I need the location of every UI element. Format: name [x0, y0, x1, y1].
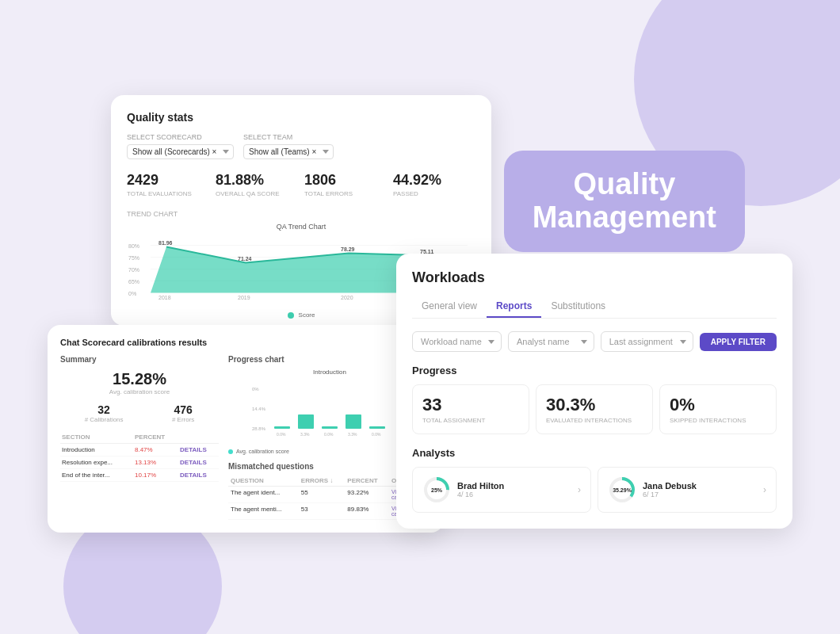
progress-section-title: Progress [412, 365, 777, 376]
metric-overall-qa: 81.88% OVERALL QA SCORE [216, 172, 298, 197]
qs-metrics: 2429 TOTAL EVALUATIONS 81.88% OVERALL QA… [127, 172, 475, 197]
analyst-info-jana: Jana Debusk 6/ 17 [643, 481, 697, 498]
summary-title: Summary [60, 355, 219, 364]
analyst-count-jana: 6/ 17 [643, 491, 697, 498]
cs-counts: 32 # Calibrations 476 # Errors [60, 403, 219, 423]
evaluated-interactions-card: 30.3% EVALUATED INTERACTIONS [536, 384, 653, 434]
svg-text:81.96: 81.96 [158, 240, 173, 246]
analyst-card-brad[interactable]: 25% Brad Hilton 4/ 16 › [412, 467, 591, 513]
scorecard-filter-label: SELECT SCORECARD [127, 133, 234, 141]
total-assignment-card: 33 TOTAL ASSIGNMENT [412, 384, 529, 434]
svg-text:0.0%: 0.0% [324, 432, 334, 437]
calibrations-count: 32 # Calibrations [85, 403, 124, 423]
workloads-tabs: General view Reports Substitutions [412, 296, 777, 319]
progress-section: Progress 33 TOTAL ASSIGNMENT 30.3% EVALU… [412, 365, 777, 434]
trend-section-label: TREND CHART [127, 210, 475, 218]
workloads-card: Workloads General view Reports Substitut… [396, 254, 792, 529]
scorecard-filter-select[interactable]: Show all (Scorecards) × [127, 144, 234, 159]
apply-filter-button[interactable]: APPLY FILTER [700, 333, 777, 351]
svg-text:0.0%: 0.0% [277, 432, 286, 437]
svg-rect-26 [346, 414, 361, 429]
tab-reports[interactable]: Reports [487, 296, 541, 318]
analyst-donut-jana: 35.29% [608, 476, 636, 504]
svg-text:28.8%: 28.8% [252, 426, 266, 431]
team-filter-select[interactable]: Show all (Teams) × [243, 144, 334, 159]
svg-text:70%: 70% [128, 267, 139, 273]
metric-total-errors: 1806 TOTAL ERRORS [304, 172, 387, 197]
workloads-title: Workloads [412, 269, 777, 286]
workloads-filters: Workload name Analyst name Last assignme… [412, 331, 777, 352]
cs-summary: Summary 15.28% Avg. calibration score 32… [60, 355, 219, 520]
avg-calibration-score: 15.28% [60, 370, 219, 388]
chart-title: QA Trend Chart [127, 223, 475, 231]
team-filter-group: SELECT TEAM Show all (Teams) × [243, 133, 334, 159]
svg-text:71.24: 71.24 [238, 256, 252, 262]
legend-label: Score [299, 311, 315, 319]
analyst-name-filter[interactable]: Analyst name [508, 331, 594, 352]
metric-total-evaluations: 2429 TOTAL EVALUATIONS [127, 172, 209, 197]
analyst-donut-brad: 25% [422, 476, 451, 504]
metric-passed: 44.92% PASSED [393, 172, 475, 197]
chevron-right-icon: › [763, 484, 766, 495]
analyst-name-jana: Jana Debusk [643, 481, 697, 491]
svg-text:0%: 0% [252, 387, 259, 391]
svg-text:78.29: 78.29 [341, 246, 355, 252]
prog-legend-label: Avg. calibration score [236, 449, 289, 454]
errors-count: 476 # Errors [172, 403, 194, 423]
analyst-card-jana[interactable]: 35.29% Jana Debusk 6/ 17 › [598, 467, 777, 513]
workload-name-filter[interactable]: Workload name [412, 331, 502, 352]
tab-general-view[interactable]: General view [412, 296, 487, 318]
legend-dot [288, 312, 294, 319]
cards-area: Quality stats SELECT SCORECARD Show all … [48, 63, 792, 602]
svg-text:3.3%: 3.3% [348, 432, 357, 437]
quality-management-badge: QualityManagement [504, 151, 745, 252]
analysts-section-title: Analysts [412, 447, 777, 459]
svg-text:14.4%: 14.4% [252, 407, 266, 411]
sections-table: SECTION PERCENT Introduction 8.47% DETAI… [60, 431, 219, 482]
chat-scorecard-card: Chat Scorecard calibrations results Summ… [48, 325, 444, 533]
table-row: End of the inter... 10.17% DETAILS [60, 469, 219, 482]
svg-text:65%: 65% [128, 279, 139, 285]
svg-text:2018: 2018 [158, 295, 171, 300]
last-assignment-filter[interactable]: Last assignment [601, 331, 693, 352]
svg-text:80%: 80% [128, 243, 139, 249]
analysts-section: Analysts 25% Brad Hilton 4/ 16 [412, 447, 777, 513]
team-filter-label: SELECT TEAM [243, 133, 334, 141]
analyst-cards: 25% Brad Hilton 4/ 16 › 35. [412, 467, 777, 513]
avg-calibration-label: Avg. calibration score [60, 388, 219, 395]
analyst-info-brad: Brad Hilton 4/ 16 [457, 481, 504, 498]
prog-legend-dot [228, 449, 233, 454]
workloads-header: Workloads [412, 269, 777, 286]
quality-stats-title: Quality stats [127, 111, 475, 124]
table-row: Resolution expe... 13.13% DETAILS [60, 456, 219, 469]
analyst-name-brad: Brad Hilton [457, 481, 504, 491]
svg-rect-22 [298, 414, 314, 429]
qs-filters: SELECT SCORECARD Show all (Scorecards) ×… [127, 133, 475, 159]
svg-text:3.3%: 3.3% [300, 432, 310, 437]
qm-title: QualityManagement [533, 168, 716, 235]
cs-avg-score: 15.28% Avg. calibration score [60, 370, 219, 395]
progress-cards: 33 TOTAL ASSIGNMENT 30.3% EVALUATED INTE… [412, 384, 777, 434]
table-row: Introduction 8.47% DETAILS [60, 444, 219, 456]
svg-text:2019: 2019 [238, 295, 250, 300]
analyst-pct-jana: 35.29% [613, 487, 632, 493]
svg-text:0%: 0% [128, 291, 136, 296]
skipped-interactions-card: 0% SKIPPED INTERACTIONS [659, 384, 777, 434]
svg-text:0.0%: 0.0% [372, 432, 381, 437]
tab-substitutions[interactable]: Substitutions [541, 296, 615, 318]
svg-rect-24 [322, 426, 338, 429]
svg-rect-28 [369, 426, 385, 429]
svg-text:75%: 75% [128, 255, 139, 261]
chat-scorecard-title: Chat Scorecard calibrations results [60, 338, 431, 347]
chevron-right-icon: › [578, 484, 581, 495]
analyst-count-brad: 4/ 16 [457, 491, 504, 498]
scorecard-filter-group: SELECT SCORECARD Show all (Scorecards) × [127, 133, 234, 159]
svg-text:2020: 2020 [341, 295, 353, 300]
svg-rect-20 [274, 426, 290, 429]
analyst-pct-brad: 25% [431, 487, 442, 493]
cs-layout: Summary 15.28% Avg. calibration score 32… [60, 355, 431, 520]
